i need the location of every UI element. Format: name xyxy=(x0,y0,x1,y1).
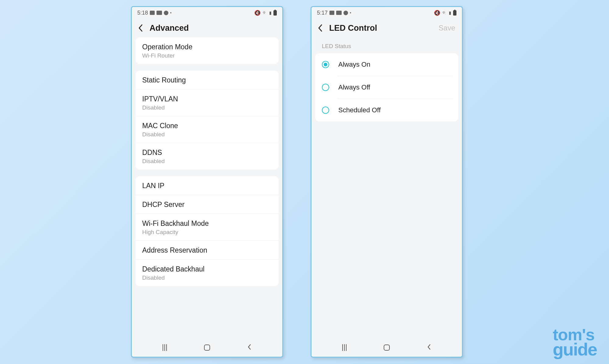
phone-led-control: 5:17 🔇 ᯤ ▮ LED Control Save LED Status xyxy=(311,6,463,358)
row-title: Static Routing xyxy=(142,76,272,84)
row-subtitle: Disabled xyxy=(142,275,272,281)
nav-back-button[interactable] xyxy=(427,344,431,352)
radio-label: Scheduled Off xyxy=(338,106,381,114)
android-nav-bar xyxy=(132,338,282,357)
row-title: MAC Clone xyxy=(142,122,272,130)
chevron-left-icon xyxy=(318,24,322,32)
row-subtitle: Disabled xyxy=(142,104,272,111)
row-title: Wi-Fi Backhaul Mode xyxy=(142,219,272,228)
nav-recent-button[interactable] xyxy=(163,344,167,351)
row-ddns[interactable]: DDNS Disabled xyxy=(136,143,279,170)
mute-icon: 🔇 xyxy=(434,10,440,16)
row-title: IPTV/VLAN xyxy=(142,95,272,103)
radio-always-off[interactable]: Always Off xyxy=(321,76,453,99)
row-subtitle: High Capacity xyxy=(142,229,272,236)
row-operation-mode[interactable]: Operation Mode Wi-Fi Router xyxy=(136,37,279,64)
row-wifi-backhaul[interactable]: Wi-Fi Backhaul Mode High Capacity xyxy=(136,214,279,241)
row-address-reservation[interactable]: Address Reservation xyxy=(136,241,279,260)
status-time: 5:18 xyxy=(137,10,148,16)
back-button[interactable] xyxy=(316,24,324,32)
row-lan-ip[interactable]: LAN IP xyxy=(136,176,279,195)
image-icon xyxy=(150,11,155,15)
image-icon xyxy=(329,11,334,15)
row-dhcp-server[interactable]: DHCP Server xyxy=(136,195,279,214)
radio-scheduled-off[interactable]: Scheduled Off xyxy=(321,99,453,121)
status-time: 5:17 xyxy=(317,10,328,16)
signal-icon: ▮ xyxy=(269,10,272,15)
nav-home-button[interactable] xyxy=(384,345,390,351)
row-subtitle: Disabled xyxy=(142,158,272,165)
led-status-options: Always On Always Off Scheduled Off xyxy=(315,53,458,121)
page-title: LED Control xyxy=(329,23,434,33)
more-dot-icon xyxy=(350,12,351,13)
radio-icon xyxy=(322,61,329,68)
nav-home-button[interactable] xyxy=(204,345,210,351)
row-title: Address Reservation xyxy=(142,246,272,254)
row-title: Operation Mode xyxy=(142,43,272,51)
row-title: DHCP Server xyxy=(142,201,272,209)
watermark-line2: guide xyxy=(553,342,597,357)
card-icon xyxy=(157,11,162,15)
radio-label: Always On xyxy=(338,61,370,68)
settings-group-2: Static Routing IPTV/VLAN Disabled MAC Cl… xyxy=(136,71,279,170)
app-header: Advanced xyxy=(132,19,282,37)
page-title: Advanced xyxy=(150,23,278,33)
status-bar: 5:17 🔇 ᯤ ▮ xyxy=(312,7,462,19)
clock-icon xyxy=(164,11,168,15)
chevron-left-icon xyxy=(247,344,252,350)
phone-advanced: 5:18 🔇 ᯤ ▮ Advanced Operation Mo xyxy=(131,6,283,358)
battery-icon xyxy=(273,10,277,16)
section-label: LED Status xyxy=(315,37,458,53)
radio-always-on[interactable]: Always On xyxy=(321,53,453,76)
mute-icon: 🔇 xyxy=(254,10,261,16)
card-icon xyxy=(336,11,342,15)
row-title: LAN IP xyxy=(142,182,272,190)
app-header: LED Control Save xyxy=(312,19,462,37)
wifi-icon: ᯤ xyxy=(262,10,267,16)
row-subtitle: Disabled xyxy=(142,131,272,138)
row-static-routing[interactable]: Static Routing xyxy=(136,71,279,89)
wifi-icon: ᯤ xyxy=(442,10,447,16)
android-nav-bar xyxy=(312,338,462,357)
nav-recent-button[interactable] xyxy=(342,344,347,351)
back-button[interactable] xyxy=(136,24,145,32)
save-button[interactable]: Save xyxy=(438,24,458,32)
status-bar: 5:18 🔇 ᯤ ▮ xyxy=(132,7,282,19)
row-mac-clone[interactable]: MAC Clone Disabled xyxy=(136,116,279,143)
settings-group-1: Operation Mode Wi-Fi Router xyxy=(136,37,279,64)
radio-icon xyxy=(322,84,329,91)
more-dot-icon xyxy=(170,12,171,13)
radio-label: Always Off xyxy=(338,83,370,91)
settings-group-3: LAN IP DHCP Server Wi-Fi Backhaul Mode H… xyxy=(136,176,279,286)
row-title: Dedicated Backhaul xyxy=(142,265,272,273)
chevron-left-icon xyxy=(427,344,431,350)
radio-icon xyxy=(322,107,329,114)
battery-icon xyxy=(453,10,456,16)
row-iptv-vlan[interactable]: IPTV/VLAN Disabled xyxy=(136,89,279,116)
chevron-left-icon xyxy=(138,24,143,32)
watermark-logo: tom's guide xyxy=(553,328,597,357)
clock-icon xyxy=(343,11,348,15)
row-dedicated-backhaul[interactable]: Dedicated Backhaul Disabled xyxy=(136,260,279,286)
row-subtitle: Wi-Fi Router xyxy=(142,52,272,59)
signal-icon: ▮ xyxy=(449,10,451,15)
row-title: DDNS xyxy=(142,149,272,157)
nav-back-button[interactable] xyxy=(247,344,252,352)
